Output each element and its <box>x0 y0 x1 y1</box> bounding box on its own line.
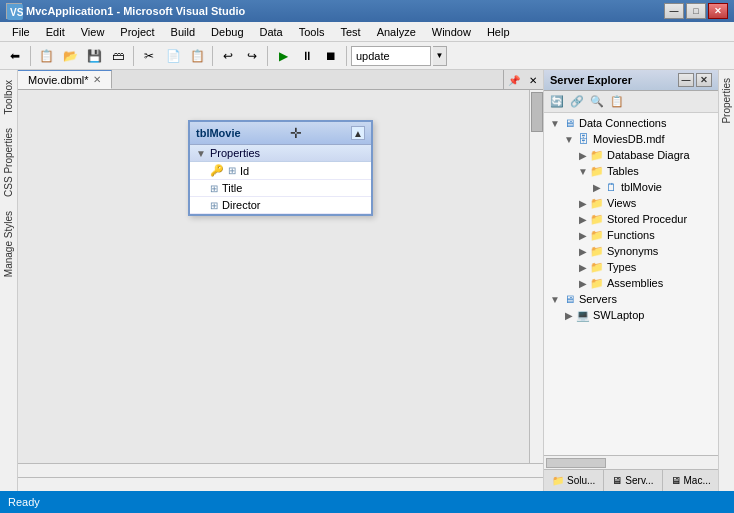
menu-file[interactable]: File <box>4 24 38 40</box>
tree-node[interactable]: ▶📁Assemblies <box>544 275 718 291</box>
stop-button[interactable]: ⏹ <box>320 45 342 67</box>
menu-help[interactable]: Help <box>479 24 518 40</box>
close-button[interactable]: ✕ <box>708 3 728 19</box>
field-icon-title: ⊞ <box>210 183 218 194</box>
redo-button[interactable]: ↪ <box>241 45 263 67</box>
properties-panel: Properties <box>718 70 734 491</box>
se-filter-button[interactable]: 🔍 <box>588 93 606 111</box>
tree-node[interactable]: ▶📁Views <box>544 195 718 211</box>
active-editor-tab[interactable]: Movie.dbml* ✕ <box>18 70 112 89</box>
menu-project[interactable]: Project <box>112 24 162 40</box>
tree-expand-icon[interactable]: ▼ <box>576 164 590 178</box>
tree-node[interactable]: ▼🗄MoviesDB.mdf <box>544 131 718 147</box>
open-button[interactable]: 📂 <box>59 45 81 67</box>
undo-button[interactable]: ↩ <box>217 45 239 67</box>
scrollbar-thumb[interactable] <box>531 92 543 132</box>
manage-styles-tab[interactable]: Manage Styles <box>1 205 16 283</box>
tab-pin-button[interactable]: 📌 <box>503 70 523 90</box>
tree-expand-icon[interactable]: ▶ <box>576 276 590 290</box>
tab-spacer <box>112 70 503 89</box>
run-button[interactable]: ▶ <box>272 45 294 67</box>
section-expand-icon[interactable]: ▼ <box>196 148 206 159</box>
vertical-scrollbar[interactable] <box>529 90 543 477</box>
tree-expand-icon[interactable]: ▶ <box>576 212 590 226</box>
se-hscroll-thumb[interactable] <box>546 458 606 468</box>
tree-expand-icon[interactable]: ▶ <box>562 308 576 322</box>
menu-build[interactable]: Build <box>163 24 203 40</box>
field-director: ⊞ Director <box>190 197 371 214</box>
horizontal-scrollbar[interactable] <box>18 463 543 477</box>
entity-tblmovie[interactable]: tblMovie ✛ ▲ ▼ Properties 🔑 ⊞ Id ⊞ Title <box>188 120 373 216</box>
section-label: Properties <box>210 147 260 159</box>
maximize-button[interactable]: □ <box>686 3 706 19</box>
tree-node[interactable]: ▼🖥Data Connections <box>544 115 718 131</box>
tree-expand-icon[interactable]: ▶ <box>590 180 604 194</box>
move-icon[interactable]: ✛ <box>290 125 302 141</box>
tree-node[interactable]: ▶🗒tblMovie <box>544 179 718 195</box>
tree-node[interactable]: ▶📁Stored Procedur <box>544 211 718 227</box>
se-connect-button[interactable]: 🔗 <box>568 93 586 111</box>
save-button[interactable]: 💾 <box>83 45 105 67</box>
collapse-button[interactable]: ▲ <box>351 126 365 140</box>
menu-debug[interactable]: Debug <box>203 24 251 40</box>
pause-button[interactable]: ⏸ <box>296 45 318 67</box>
separator-5 <box>346 46 347 66</box>
menu-test[interactable]: Test <box>332 24 368 40</box>
servers-tab[interactable]: 🖥 Serv... <box>604 470 662 491</box>
window-controls[interactable]: — □ ✕ <box>664 3 728 19</box>
tree-node[interactable]: ▶📁Types <box>544 259 718 275</box>
mac-tab[interactable]: 🖥 Mac... <box>663 470 720 491</box>
menu-data[interactable]: Data <box>252 24 291 40</box>
mac-icon: 🖥 <box>671 475 681 486</box>
tree-node[interactable]: ▼📁Tables <box>544 163 718 179</box>
tree-expand-icon[interactable]: ▶ <box>576 148 590 162</box>
tree-expand-icon[interactable]: ▼ <box>548 116 562 130</box>
entity-section-properties: ▼ Properties <box>190 145 371 162</box>
status-text: Ready <box>8 496 40 508</box>
tree-expand-icon[interactable]: ▶ <box>576 196 590 210</box>
toolbox-tab[interactable]: Toolbox <box>1 74 16 120</box>
menu-window[interactable]: Window <box>424 24 479 40</box>
tree-expand-icon[interactable]: ▶ <box>576 244 590 258</box>
minimize-button[interactable]: — <box>664 3 684 19</box>
se-close-button[interactable]: ✕ <box>696 73 712 87</box>
copy-button[interactable]: 📄 <box>162 45 184 67</box>
tree-expand-icon[interactable]: ▶ <box>576 260 590 274</box>
menu-analyze[interactable]: Analyze <box>369 24 424 40</box>
save-all-button[interactable]: 🗃 <box>107 45 129 67</box>
se-hscroll-area[interactable] <box>544 455 718 469</box>
tree-expand-icon[interactable]: ▶ <box>576 228 590 242</box>
update-dropdown[interactable]: ▼ <box>433 46 447 66</box>
menu-view[interactable]: View <box>73 24 113 40</box>
solutions-label: Solu... <box>567 475 595 486</box>
tab-label: Movie.dbml* <box>28 74 89 86</box>
server-explorer-tree[interactable]: ▼🖥Data Connections▼🗄MoviesDB.mdf▶📁Databa… <box>544 113 718 455</box>
separator-4 <box>267 46 268 66</box>
se-bottom-tabs: 📁 Solu... 🖥 Serv... 🖥 Mac... <box>544 469 718 491</box>
designer-canvas[interactable]: tblMovie ✛ ▲ ▼ Properties 🔑 ⊞ Id ⊞ Title <box>18 90 543 477</box>
new-project-button[interactable]: 📋 <box>35 45 57 67</box>
tab-close-button[interactable]: ✕ <box>93 74 101 85</box>
menu-tools[interactable]: Tools <box>291 24 333 40</box>
tree-node[interactable]: ▶📁Synonyms <box>544 243 718 259</box>
tree-node[interactable]: ▶💻SWLaptop <box>544 307 718 323</box>
tree-node[interactable]: ▶📁Functions <box>544 227 718 243</box>
se-refresh-button[interactable]: 🔄 <box>548 93 566 111</box>
se-undock-button[interactable]: — <box>678 73 694 87</box>
tree-node-label: Synonyms <box>607 245 658 257</box>
canvas-hscroll[interactable] <box>18 477 543 491</box>
cut-button[interactable]: ✂ <box>138 45 160 67</box>
paste-button[interactable]: 📋 <box>186 45 208 67</box>
back-button[interactable]: ⬅ <box>4 45 26 67</box>
solutions-tab[interactable]: 📁 Solu... <box>544 470 604 491</box>
menu-edit[interactable]: Edit <box>38 24 73 40</box>
tree-node[interactable]: ▼🖥Servers <box>544 291 718 307</box>
server-icon: 🖥 <box>562 116 576 130</box>
css-properties-tab[interactable]: CSS Properties <box>1 122 16 203</box>
tree-expand-icon[interactable]: ▼ <box>562 132 576 146</box>
tree-node[interactable]: ▶📁Database Diagra <box>544 147 718 163</box>
tree-expand-icon[interactable]: ▼ <box>548 292 562 306</box>
se-properties-button[interactable]: 📋 <box>608 93 626 111</box>
tab-panel-close[interactable]: ✕ <box>523 70 543 90</box>
update-input[interactable] <box>351 46 431 66</box>
